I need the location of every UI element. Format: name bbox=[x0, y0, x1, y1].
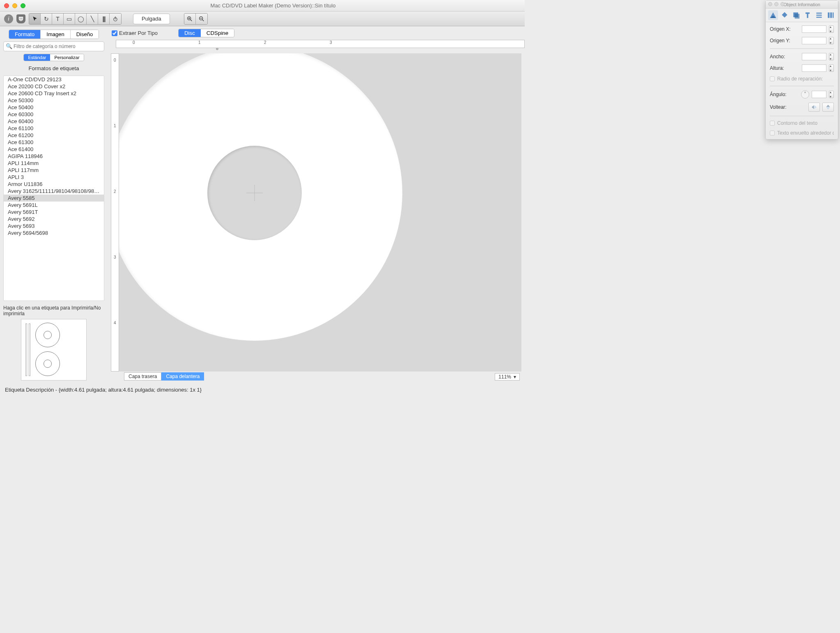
tab-disc[interactable]: Disc bbox=[179, 29, 201, 37]
mask-icon[interactable] bbox=[16, 14, 25, 23]
unit-button[interactable]: Pulgada bbox=[133, 14, 170, 24]
rect-tool[interactable]: ▭ bbox=[64, 14, 75, 24]
zoom-readout[interactable]: 111% ▾ bbox=[495, 373, 520, 381]
spine-preview bbox=[29, 323, 30, 376]
text-tool[interactable]: T bbox=[52, 14, 64, 24]
format-list-item[interactable]: APLI 3 bbox=[4, 174, 104, 181]
sidebar: Formato Imagen Diseño 🔍 Estándar Persona… bbox=[0, 26, 108, 384]
tab-formato[interactable]: Formato bbox=[9, 30, 40, 39]
format-list-item[interactable]: Ace 61300 bbox=[4, 139, 104, 146]
layer-tabs: Capa trasera Capa delantera bbox=[124, 372, 204, 381]
ruler-horizontal: 0 1 2 3 bbox=[116, 40, 525, 48]
format-list-item[interactable]: Ace 60400 bbox=[4, 118, 104, 125]
close-icon[interactable] bbox=[4, 3, 9, 8]
search-icon: 🔍 bbox=[6, 43, 12, 49]
format-list-item[interactable]: APLI 117mm bbox=[4, 167, 104, 174]
format-list-item[interactable]: AGIPA 118946 bbox=[4, 153, 104, 160]
status-text: Etiqueta Descripción - {width:4.61 pulga… bbox=[5, 387, 202, 393]
search-wrap: 🔍 bbox=[3, 41, 104, 51]
spine-preview bbox=[25, 323, 27, 376]
svg-point-0 bbox=[20, 18, 21, 18]
format-list-item[interactable]: Avery 5694/5698 bbox=[4, 229, 104, 236]
maximize-icon[interactable] bbox=[21, 3, 25, 8]
timer-tool[interactable] bbox=[110, 14, 121, 24]
chevron-down-icon: ▾ bbox=[514, 374, 516, 380]
minimize-icon[interactable] bbox=[12, 3, 17, 8]
pointer-tool[interactable] bbox=[29, 14, 41, 24]
search-input[interactable] bbox=[3, 41, 104, 51]
format-list-item[interactable]: Ace 50300 bbox=[4, 97, 104, 104]
ruler-vertical: 0 1 2 3 4 bbox=[111, 53, 119, 372]
format-list-item[interactable]: Avery 5693 bbox=[4, 222, 104, 229]
svg-point-1 bbox=[21, 18, 22, 18]
format-list-item[interactable]: Avery 31625/11111/98104/98108/98110 STC bbox=[4, 188, 104, 195]
disc-hole bbox=[207, 146, 302, 240]
print-hint: Haga clic en una etiqueta para Imprimirl… bbox=[3, 305, 104, 316]
extract-label: Extraer Por Tipo bbox=[119, 30, 158, 36]
info-icon[interactable]: i bbox=[4, 14, 13, 23]
format-list[interactable]: A-One CD/DVD 29123Ace 20200 CD Cover x2A… bbox=[3, 76, 104, 301]
tab-imagen[interactable]: Imagen bbox=[40, 30, 70, 39]
window-title: Mac CD/DVD Label Maker (Demo Version)::S… bbox=[25, 2, 521, 9]
circle-tool[interactable]: ◯ bbox=[75, 14, 87, 24]
format-list-item[interactable]: Ace 20600 CD Tray Insert x2 bbox=[4, 90, 104, 97]
extract-checkbox[interactable]: Extraer Por Tipo bbox=[112, 30, 158, 36]
tool-strip: ↻ T ▭ ◯ ╲ |||| bbox=[29, 13, 122, 25]
canvas[interactable] bbox=[119, 53, 521, 372]
tab-diseno[interactable]: Diseño bbox=[71, 30, 99, 39]
format-list-item[interactable]: Ace 61400 bbox=[4, 146, 104, 153]
rotate-tool[interactable]: ↻ bbox=[41, 14, 52, 24]
traffic-lights bbox=[4, 3, 25, 8]
disc-preview bbox=[35, 351, 60, 376]
tab-cdspine[interactable]: CDSpine bbox=[201, 29, 234, 37]
format-list-item[interactable]: Ace 50400 bbox=[4, 104, 104, 111]
format-list-item[interactable]: Ace 61200 bbox=[4, 132, 104, 139]
sidebar-subtabs: Estándar Personalizar bbox=[23, 54, 84, 61]
format-list-item[interactable]: Avery 5691T bbox=[4, 209, 104, 216]
subtab-estandar[interactable]: Estándar bbox=[24, 54, 50, 61]
format-list-item[interactable]: APLI 114mm bbox=[4, 160, 104, 167]
subtab-personalizar[interactable]: Personalizar bbox=[50, 54, 83, 61]
status-bar: Etiqueta Descripción - {width:4.61 pulga… bbox=[0, 384, 525, 395]
line-tool[interactable]: ╲ bbox=[87, 14, 98, 24]
main-toolbar: i ↻ T ▭ ◯ ╲ |||| Pulgada bbox=[0, 11, 525, 26]
canvas-area: Extraer Por Tipo Disc CDSpine 0 1 2 3 0 … bbox=[108, 26, 525, 384]
zoom-in-button[interactable] bbox=[184, 14, 196, 24]
format-list-item[interactable]: Avery 5585 bbox=[4, 195, 104, 202]
disc-shape[interactable] bbox=[119, 53, 402, 341]
format-list-item[interactable]: Avery 5691L bbox=[4, 202, 104, 209]
format-list-header: Formatos de etiqueta bbox=[3, 64, 104, 73]
format-list-item[interactable]: Ace 61100 bbox=[4, 125, 104, 132]
format-list-item[interactable]: Avery 5692 bbox=[4, 216, 104, 222]
disc-tabs: Disc CDSpine bbox=[178, 29, 234, 37]
zoom-out-button[interactable] bbox=[196, 14, 207, 24]
disc-preview bbox=[35, 323, 60, 347]
format-list-item[interactable]: Armor U11836 bbox=[4, 181, 104, 188]
layer-front[interactable]: Capa delantera bbox=[161, 372, 204, 381]
window-titlebar: Mac CD/DVD Label Maker (Demo Version)::S… bbox=[0, 0, 525, 11]
sheet-preview[interactable] bbox=[21, 319, 87, 381]
layer-back[interactable]: Capa trasera bbox=[124, 372, 161, 381]
sidebar-tabs: Formato Imagen Diseño bbox=[9, 30, 99, 39]
barcode-tool[interactable]: |||| bbox=[98, 14, 110, 24]
extract-checkbox-input[interactable] bbox=[112, 30, 117, 36]
zoom-value: 111% bbox=[498, 374, 511, 380]
format-list-item[interactable]: Ace 60300 bbox=[4, 111, 104, 118]
format-list-item[interactable]: Ace 20200 CD Cover x2 bbox=[4, 83, 104, 90]
canvas-top-controls: Extraer Por Tipo Disc CDSpine bbox=[108, 26, 525, 40]
zoom-buttons bbox=[184, 13, 208, 25]
format-list-item[interactable]: A-One CD/DVD 29123 bbox=[4, 76, 104, 83]
